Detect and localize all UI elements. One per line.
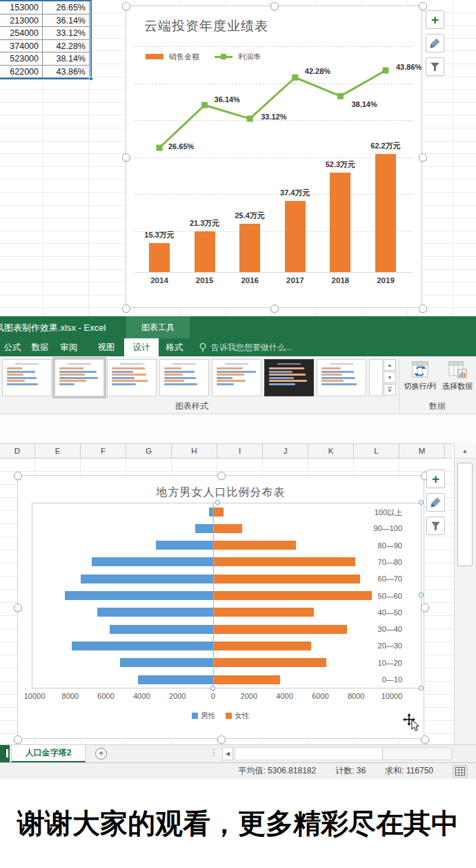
line-marker[interactable]	[247, 115, 253, 122]
selection-handle[interactable]	[122, 2, 130, 10]
column-header-M[interactable]: M	[399, 444, 445, 458]
female-bar[interactable]	[214, 591, 372, 600]
sheet-tab-active[interactable]: 人口金字塔2	[11, 745, 86, 762]
chart-style-thumbnail[interactable]	[159, 359, 209, 396]
chart-styles-button[interactable]	[426, 34, 444, 52]
tab-formulas[interactable]: 公式	[0, 338, 25, 356]
tab-design[interactable]: 设计	[124, 338, 159, 356]
selection-handle[interactable]	[217, 472, 226, 480]
selection-handle[interactable]	[217, 735, 226, 744]
female-bar[interactable]	[214, 541, 296, 550]
sales-bar[interactable]	[239, 224, 260, 272]
data-cell[interactable]: 254000	[0, 27, 43, 40]
gallery-more-button[interactable]: ▼	[384, 384, 396, 396]
male-bar[interactable]	[65, 591, 213, 600]
horizontal-scroll-thumb[interactable]	[235, 748, 383, 760]
sales-bar[interactable]	[330, 173, 350, 272]
combo-chart[interactable]: 云端投资年度业绩表 销售金额 利润率 15.3万元21.3万元25.4万元37.…	[126, 6, 422, 308]
normal-view-button[interactable]	[453, 765, 468, 778]
pyramid-chart[interactable]: 地方男女人口比例分布表 100以上90—10080—9070—8060—7050…	[17, 475, 424, 739]
line-marker[interactable]	[292, 75, 298, 81]
male-bar[interactable]	[195, 524, 213, 533]
column-header-K[interactable]: K	[308, 444, 354, 458]
tab-resize-dots[interactable]: ⋮	[210, 748, 219, 758]
female-bar[interactable]	[214, 658, 326, 667]
column-header-E[interactable]: E	[35, 444, 81, 458]
combo-plot[interactable]: 15.3万元21.3万元25.4万元37.4万元52.3万元62.2万元2014…	[126, 6, 422, 307]
data-cell[interactable]: 33.12%	[43, 27, 90, 40]
scroll-up-button[interactable]: ▲	[455, 443, 475, 459]
chart-style-thumbnail[interactable]	[54, 359, 104, 396]
vertical-scroll-thumb[interactable]	[457, 463, 473, 566]
selection-handle[interactable]	[419, 153, 427, 162]
chart-style-thumbnail[interactable]	[317, 359, 366, 396]
male-bar[interactable]	[97, 608, 213, 617]
hscroll-left-button[interactable]: ◀	[222, 747, 233, 760]
data-cell[interactable]: 523000	[0, 52, 43, 66]
selection-handle[interactable]	[421, 735, 429, 744]
worksheet-top[interactable]: 15300026.65%21300036.14%25400033.12%3740…	[0, 0, 476, 316]
horizontal-scrollbar[interactable]	[235, 747, 453, 760]
column-header-J[interactable]: J	[263, 444, 308, 458]
female-bar[interactable]	[214, 642, 311, 650]
plot-selection-handle[interactable]	[419, 686, 424, 691]
female-bar[interactable]	[214, 625, 347, 634]
selection-handle[interactable]	[14, 735, 22, 744]
gallery-scroll-up-button[interactable]: ▲	[384, 359, 396, 371]
data-cell[interactable]: 153000	[0, 1, 43, 15]
selection-handle[interactable]	[270, 2, 279, 10]
tab-review[interactable]: 审阅	[57, 338, 81, 356]
line-marker[interactable]	[337, 93, 344, 99]
selection-fill-handle[interactable]	[89, 77, 93, 81]
line-marker[interactable]	[157, 145, 163, 151]
chart-elements-button[interactable]: +	[426, 470, 445, 488]
data-cell[interactable]: 26.65%	[43, 1, 90, 15]
vertical-scrollbar[interactable]: ▲	[454, 443, 476, 744]
column-header-D[interactable]: D	[0, 444, 35, 458]
tab-data[interactable]: 数据	[28, 338, 52, 356]
select-data-button[interactable]: 选择数据	[440, 360, 475, 400]
tell-me-box[interactable]: 告诉我您想要做什么...	[199, 338, 292, 356]
sales-bar[interactable]	[149, 243, 170, 272]
chart-style-thumbnail[interactable]	[264, 359, 314, 396]
data-cell[interactable]: 42.28%	[43, 40, 90, 53]
male-bar[interactable]	[156, 541, 213, 550]
selection-handle[interactable]	[122, 153, 130, 162]
female-bar[interactable]	[214, 557, 355, 566]
chart-style-thumbnail[interactable]	[212, 359, 261, 396]
new-sheet-button[interactable]: +	[95, 748, 107, 760]
selection-handle[interactable]	[421, 604, 429, 612]
data-cell[interactable]: 374000	[0, 40, 43, 53]
plot-selection-handle[interactable]	[419, 500, 424, 505]
data-cell[interactable]: 43.86%	[43, 66, 90, 79]
female-bar[interactable]	[214, 508, 224, 517]
male-bar[interactable]	[92, 557, 213, 566]
female-bar[interactable]	[214, 524, 242, 533]
pyramid-plot[interactable]: 100以上90—10080—9070—8060—7050—6040—5030—4…	[18, 476, 424, 738]
chart-elements-button[interactable]: +	[426, 10, 444, 29]
selection-handle[interactable]	[14, 604, 22, 612]
data-cell[interactable]: 622000	[0, 66, 43, 79]
top-data-range[interactable]: 15300026.65%21300036.14%25400033.12%3740…	[0, 1, 90, 78]
data-cell[interactable]: 36.14%	[43, 15, 90, 28]
female-bar[interactable]	[214, 675, 280, 684]
female-bar[interactable]	[214, 575, 360, 584]
selection-handle[interactable]	[14, 472, 22, 480]
tab-format[interactable]: 格式	[160, 338, 189, 356]
male-bar[interactable]	[72, 642, 213, 650]
male-bar[interactable]	[209, 508, 213, 517]
sheet-tab-partial[interactable]	[0, 745, 10, 762]
chart-style-thumbnail[interactable]	[107, 359, 157, 396]
chart-styles-button[interactable]	[426, 493, 445, 512]
chart-style-thumbnail[interactable]	[369, 359, 383, 396]
chart-style-thumbnail[interactable]	[2, 359, 52, 396]
column-header-G[interactable]: G	[126, 444, 172, 458]
plot-selection-handle[interactable]	[419, 592, 424, 597]
column-header-L[interactable]: L	[354, 444, 399, 458]
line-marker[interactable]	[201, 102, 208, 108]
data-cell[interactable]: 38.14%	[43, 52, 90, 66]
column-header-F[interactable]: F	[81, 444, 126, 458]
selection-handle[interactable]	[122, 305, 130, 313]
gallery-scroll-down-button[interactable]: ▼	[384, 372, 396, 383]
plot-selection-handle[interactable]	[215, 500, 220, 505]
